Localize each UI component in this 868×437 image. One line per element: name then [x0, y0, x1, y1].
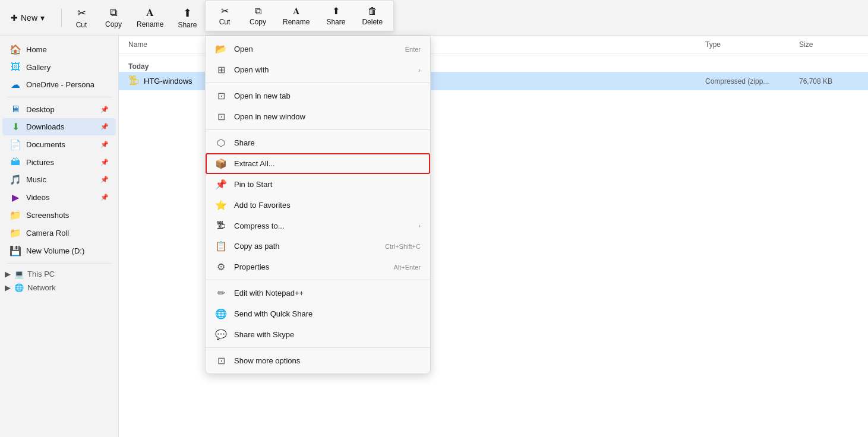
ctx-label-showmoreoptions: Show more options [234, 356, 421, 365]
sidebar-item-label: Home [26, 45, 47, 54]
toolbar: ✚ New ▾ ✂ Cut ⧉ Copy 𝐀 Rename ⬆ Share 🗑 … [0, 0, 868, 36]
col-header-size[interactable]: Size [799, 38, 858, 51]
cut-button[interactable]: ✂ Cut [67, 4, 96, 31]
sidebar-item-downloads[interactable]: ⬇ Downloads 📌 [2, 118, 116, 135]
sidebar-item-documents[interactable]: 📄 Documents 📌 [2, 136, 116, 153]
chevron-right-icon: ▶ [5, 270, 11, 278]
toolbar-separator-1 [61, 9, 62, 27]
ctx-shortcut-copyaspath: Ctrl+Shift+C [385, 243, 421, 250]
music-icon: 🎵 [10, 174, 21, 185]
ctx-separator-separator2 [206, 129, 430, 130]
sidebar-divider-1 [7, 97, 111, 97]
ctx-delete-button[interactable]: 🗑 Delete [356, 4, 389, 28]
sidebar-group-network[interactable]: ▶ 🌐 Network [0, 281, 118, 294]
sidebar-item-newvolume[interactable]: 💾 New Volume (D:) [2, 242, 116, 259]
new-button[interactable]: ✚ New ▾ [5, 10, 50, 26]
copy-button[interactable]: ⧉ Copy [99, 4, 128, 31]
ctx-icon-sendquickshare: 🌐 [215, 308, 227, 319]
sidebar-item-home[interactable]: 🏠 Home [2, 41, 116, 58]
downloads-icon: ⬇ [10, 121, 21, 132]
ctx-shortcut-properties: Alt+Enter [393, 264, 421, 271]
ctx-item-shareskype[interactable]: 💬Share with Skype [206, 324, 430, 345]
cameraroll-icon: 📁 [10, 227, 21, 239]
ctx-cut-icon: ✂ [221, 5, 229, 17]
ctx-label-share: Share [234, 138, 421, 147]
sidebar-item-screenshots[interactable]: 📁 Screenshots [2, 207, 116, 224]
ctx-icon-shareskype: 💬 [215, 329, 227, 340]
sidebar-item-onedrive[interactable]: ☁ OneDrive - Persona [2, 76, 116, 93]
share-icon: ⬆ [183, 7, 192, 20]
ctx-item-share[interactable]: ⬡Share [206, 132, 430, 153]
sidebar-group-thispc[interactable]: ▶ 💻 This PC [0, 267, 118, 281]
pictures-icon: 🏔 [10, 157, 21, 167]
sidebar-item-videos[interactable]: ▶ Videos 📌 [2, 189, 116, 206]
sidebar-item-gallery[interactable]: 🖼 Gallery [2, 59, 116, 75]
sidebar: 🏠 Home 🖼 Gallery ☁ OneDrive - Persona 🖥 … [0, 36, 119, 437]
ctx-label-shareskype: Share with Skype [234, 330, 421, 339]
sidebar-item-label: Downloads [26, 122, 64, 131]
ctx-label-properties: Properties [234, 262, 386, 271]
plus-icon: ✚ [11, 13, 18, 23]
videos-icon: ▶ [10, 192, 21, 203]
sidebar-item-label: Videos [26, 193, 50, 202]
ctx-share-button[interactable]: ⬆ Share [320, 3, 351, 28]
sidebar-group-label: This PC [27, 270, 55, 278]
ctx-item-addtofavorites[interactable]: ⭐Add to Favorites [206, 195, 430, 216]
ctx-icon-addtofavorites: ⭐ [215, 200, 227, 211]
ctx-label-open: Open [234, 45, 398, 53]
ctx-rename-button[interactable]: 𝐀 Rename [277, 4, 315, 28]
ctx-separator-separator3 [206, 280, 430, 280]
ctx-item-openwith[interactable]: ⊞Open with› [206, 59, 430, 80]
ctx-icon-share: ⬡ [215, 137, 227, 148]
thispc-icon: 💻 [14, 270, 24, 278]
pin-icon-docs: 📌 [100, 141, 109, 148]
rename-button[interactable]: 𝐀 Rename [131, 4, 169, 31]
sidebar-item-cameraroll[interactable]: 📁 Camera Roll [2, 224, 116, 242]
ctx-icon-opennewtab: ⊡ [215, 90, 227, 102]
onedrive-icon: ☁ [10, 79, 21, 90]
ctx-delete-icon: 🗑 [368, 6, 377, 17]
ctx-icon-compressto: 🗜 [215, 220, 227, 231]
ctx-copy-label: Copy [250, 18, 266, 26]
ctx-item-editnotepad[interactable]: ✏Edit with Notepad++ [206, 283, 430, 303]
ctx-separator-separator1 [206, 83, 430, 83]
ctx-icon-extractall: 📦 [215, 158, 227, 169]
network-icon: 🌐 [14, 283, 24, 292]
ctx-arrow-compressto: › [418, 222, 421, 229]
sidebar-item-music[interactable]: 🎵 Music 📌 [2, 171, 116, 188]
ctx-icon-opennewwindow: ⊡ [215, 111, 227, 122]
rename-label: Rename [137, 20, 163, 28]
ctx-item-pintostart[interactable]: 📌Pin to Start [206, 174, 430, 195]
ctx-icon-properties: ⚙ [215, 261, 227, 273]
pin-icon-music: 📌 [100, 176, 109, 183]
zip-file-icon: 🗜 [128, 75, 139, 87]
sidebar-item-label: Music [26, 175, 46, 184]
sidebar-item-label: Gallery [26, 63, 50, 72]
main-layout: 🏠 Home 🖼 Gallery ☁ OneDrive - Persona 🖥 … [0, 36, 868, 437]
ctx-label-opennewtab: Open in new tab [234, 91, 421, 100]
copy-icon: ⧉ [110, 7, 118, 19]
ctx-item-properties[interactable]: ⚙PropertiesAlt+Enter [206, 256, 430, 277]
ctx-label-addtofavorites: Add to Favorites [234, 201, 421, 210]
sidebar-item-desktop[interactable]: 🖥 Desktop 📌 [2, 101, 116, 118]
ctx-cut-button[interactable]: ✂ Cut [210, 3, 239, 28]
ctx-share-icon: ⬆ [332, 5, 340, 17]
chevron-down-icon: ▾ [40, 13, 45, 23]
share-button[interactable]: ⬆ Share [172, 4, 203, 31]
share-label: Share [178, 21, 197, 29]
sidebar-item-pictures[interactable]: 🏔 Pictures 📌 [2, 154, 116, 170]
ctx-item-sendquickshare[interactable]: 🌐Send with Quick Share [206, 303, 430, 324]
ctx-shortcut-open: Enter [405, 46, 421, 53]
ctx-item-open[interactable]: 📂OpenEnter [206, 39, 430, 59]
ctx-copy-button[interactable]: ⧉ Copy [244, 4, 272, 28]
ctx-item-copyaspath[interactable]: 📋Copy as pathCtrl+Shift+C [206, 236, 430, 256]
ctx-item-compressto[interactable]: 🗜Compress to...› [206, 216, 430, 236]
col-header-type[interactable]: Type [705, 38, 794, 51]
ctx-share-label: Share [326, 18, 345, 26]
ctx-item-opennewtab[interactable]: ⊡Open in new tab [206, 86, 430, 106]
pin-icon: 📌 [100, 106, 109, 113]
ctx-item-showmoreoptions[interactable]: ⊡Show more options [206, 350, 430, 371]
ctx-item-opennewwindow[interactable]: ⊡Open in new window [206, 106, 430, 127]
pin-icon-pictures: 📌 [100, 159, 109, 166]
ctx-item-extractall[interactable]: 📦Extract All... [206, 153, 430, 174]
